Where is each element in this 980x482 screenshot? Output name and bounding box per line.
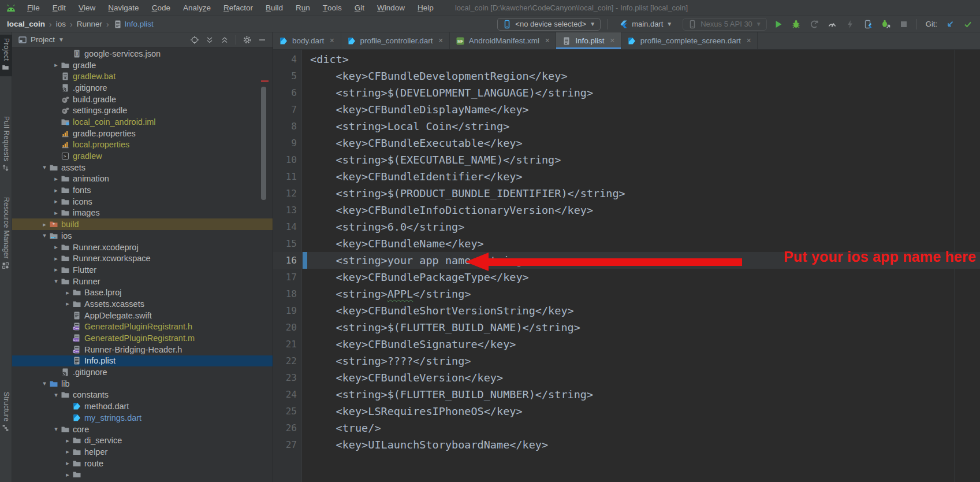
device-selector[interactable]: <no device selected> ▼ [497, 18, 601, 31]
tab-profile-complete-screen-dart[interactable]: profile_complete_screen.dart✕ [621, 32, 758, 49]
tree-row-build-gradle[interactable]: build.gradle [12, 94, 273, 105]
expand-all-button[interactable] [204, 34, 215, 46]
code-line-24[interactable]: 24 <string>$(FLUTTER_BUILD_NUMBER)</stri… [273, 386, 980, 403]
paired-device-selector[interactable]: Nexus 5 API 30 ▼ [683, 18, 767, 31]
tree-row-gradlew-bat[interactable]: gradlew.bat [12, 71, 273, 82]
code-line-11[interactable]: 11 <key>CFBundleIdentifier</key> [273, 168, 980, 185]
chevron-right-icon[interactable]: ▸ [63, 289, 72, 296]
code-line-14[interactable]: 14 <string>6.0</string> [273, 218, 980, 235]
panel-settings-button[interactable] [241, 34, 253, 46]
run-button[interactable] [772, 18, 785, 31]
tree-row-info-plist[interactable]: Info.plist [12, 355, 273, 367]
code-line-18[interactable]: 18 <string>APPL</string> [273, 286, 980, 302]
code-line-21[interactable]: 21 <key>CFBundleSignature</key> [273, 336, 980, 353]
chevron-right-icon[interactable]: ▸ [63, 300, 72, 307]
tree-row-gradle-properties[interactable]: gradle.properties [12, 128, 273, 139]
menu-run[interactable]: Run [289, 0, 316, 16]
tree-row-appdelegate-swift[interactable]: AppDelegate.swift [12, 310, 273, 321]
tree-row-base-lproj[interactable]: ▸Base.lproj [12, 287, 273, 298]
close-tab-icon[interactable]: ✕ [746, 37, 751, 45]
tree-row[interactable]: ▸ [12, 469, 273, 480]
tree-row-fonts[interactable]: ▸fonts [12, 184, 273, 196]
tree-row-ios[interactable]: ▾ios [12, 230, 273, 242]
debug-button[interactable] [790, 18, 803, 31]
code-line-5[interactable]: 5 <key>CFBundleDevelopmentRegion</key> [273, 68, 980, 84]
tree-row-images[interactable]: ▸images [12, 207, 273, 219]
editor[interactable]: 4<dict>5 <key>CFBundleDevelopmentRegion<… [273, 50, 980, 482]
tree-row-runner-xcworkspace[interactable]: ▸Runner.xcworkspace [12, 253, 273, 264]
project-panel-title[interactable]: Project [31, 35, 55, 44]
tree-row-build[interactable]: ▸*build [12, 218, 273, 230]
tree-row-di-service[interactable]: ▸di_service [12, 435, 273, 446]
close-tab-icon[interactable]: ✕ [610, 37, 615, 45]
profile-app-button[interactable] [808, 18, 821, 31]
code-line-7[interactable]: 7 <key>CFBundleDisplayName</key> [273, 101, 980, 118]
attach-debugger-button[interactable] [880, 18, 892, 31]
apply-changes-button[interactable] [844, 18, 856, 31]
menu-edit[interactable]: Edit [46, 0, 72, 16]
tree-row-gradlew[interactable]: >gradlew [12, 150, 273, 162]
tree-row-constants[interactable]: ▾constants [12, 390, 273, 401]
code-line-13[interactable]: 13 <key>CFBundleInfoDictionaryVersion</k… [273, 202, 980, 218]
breadcrumb-item[interactable]: local_coin [7, 20, 45, 28]
git-update-button[interactable] [944, 18, 956, 31]
chevron-down-icon[interactable]: ▾ [51, 391, 61, 399]
stripe-item-resource-manager[interactable]: Resource Manager [0, 194, 12, 275]
collapse-all-button[interactable] [219, 34, 230, 46]
code-line-25[interactable]: 25 <key>LSRequiresIPhoneOS</key> [273, 403, 980, 420]
chevron-right-icon[interactable]: ▸ [51, 175, 61, 183]
tree-row-method-dart[interactable]: method.dart [12, 401, 273, 412]
tree-row-icons[interactable]: ▸icons [12, 196, 273, 207]
chevron-right-icon[interactable]: ▸ [63, 437, 72, 444]
chevron-right-icon[interactable]: ▸ [63, 471, 72, 479]
menu-analyze[interactable]: Analyze [177, 0, 217, 16]
tree-row-local-coin-android-iml[interactable]: local_coin_android.iml [12, 116, 273, 128]
tree-row-lib[interactable]: ▾lib [12, 378, 273, 390]
chevron-down-icon[interactable]: ▾ [40, 164, 49, 171]
tree-row-runner-bridging-header-h[interactable]: C++Runner-Bridging-Header.h [12, 344, 273, 355]
chevron-down-icon[interactable]: ▾ [51, 277, 61, 285]
menu-navigate[interactable]: Navigate [102, 0, 145, 16]
tree-row-my-strings-dart[interactable]: my_strings.dart [12, 412, 273, 424]
breadcrumb-item[interactable]: Runner [77, 20, 102, 28]
tree-row-google-services-json[interactable]: {}google-services.json [12, 48, 273, 60]
chevron-right-icon[interactable]: ▸ [51, 187, 61, 194]
run-configuration-selector[interactable]: main.dart ▼ [614, 18, 677, 31]
menu-build[interactable]: Build [259, 0, 289, 16]
stop-button[interactable] [897, 18, 910, 31]
menu-file[interactable]: File [21, 0, 46, 16]
tree-row-runner-xcodeproj[interactable]: ▸Runner.xcodeproj [12, 242, 273, 253]
tab-profile-controller-dart[interactable]: profile_controller.dart✕ [341, 32, 450, 49]
chevron-right-icon[interactable]: ▸ [63, 448, 72, 455]
tree-row-animation[interactable]: ▸animation [12, 173, 273, 185]
menu-view[interactable]: View [72, 0, 102, 16]
tree-scrollbar-thumb[interactable] [261, 87, 266, 200]
menu-help[interactable]: Help [411, 0, 440, 16]
chevron-down-icon[interactable]: ▼ [58, 36, 64, 43]
chevron-right-icon[interactable]: ▸ [51, 209, 61, 217]
menu-tools[interactable]: Tools [316, 0, 348, 16]
profiler-button[interactable] [826, 18, 839, 31]
chevron-right-icon[interactable]: ▸ [51, 198, 61, 205]
tree-row-local-properties[interactable]: local.properties [12, 139, 273, 151]
chevron-down-icon[interactable]: ▾ [40, 380, 49, 387]
tree-row-generatedpluginregistrant-m[interactable]: C++GeneratedPluginRegistrant.m [12, 332, 273, 344]
chevron-down-icon[interactable]: ▾ [51, 425, 61, 433]
chevron-right-icon[interactable]: ▸ [63, 459, 72, 467]
tree-row--gitignore[interactable]: .gitignore [12, 366, 273, 378]
menu-window[interactable]: Window [371, 0, 411, 16]
tree-row--gitignore[interactable]: .gitignore [12, 82, 273, 94]
stripe-item-pull-requests[interactable]: Pull Requests [0, 113, 12, 177]
chevron-down-icon[interactable]: ▾ [40, 232, 49, 239]
chevron-right-icon[interactable]: ▸ [51, 61, 61, 69]
breadcrumb-item[interactable]: Info.plist [125, 20, 154, 28]
code-line-6[interactable]: 6 <string>$(DEVELOPMENT_LANGUAGE)</strin… [273, 84, 980, 101]
close-tab-icon[interactable]: ✕ [329, 37, 334, 45]
code-line-8[interactable]: 8 <string>Local Coin</string> [273, 118, 980, 135]
locate-file-button[interactable] [189, 34, 200, 46]
tab-androidmanifest-xml[interactable]: MFAndroidManifest.xml✕ [450, 32, 557, 49]
menu-refactor[interactable]: Refactor [217, 0, 259, 16]
code-line-22[interactable]: 22 <string>????</string> [273, 353, 980, 369]
menu-git[interactable]: Git [348, 0, 371, 16]
code-line-23[interactable]: 23 <key>CFBundleVersion</key> [273, 369, 980, 386]
